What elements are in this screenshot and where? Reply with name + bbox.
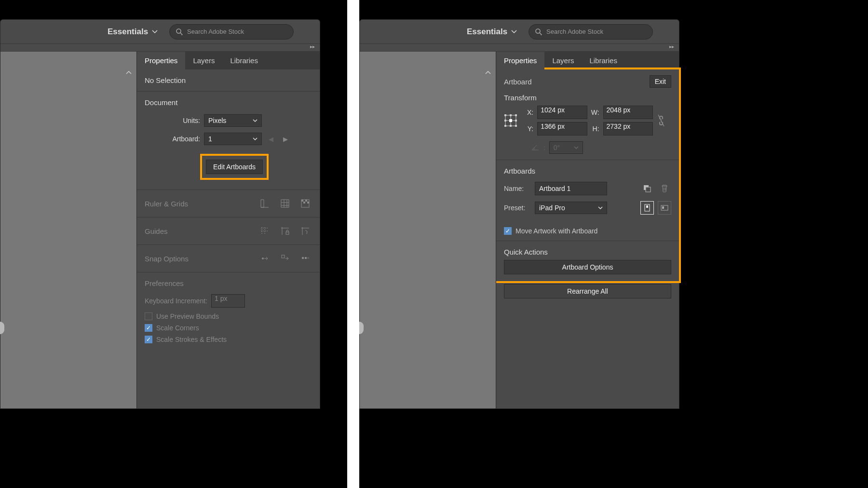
svg-rect-11 xyxy=(305,257,307,259)
x-field[interactable]: 1024 px xyxy=(537,106,587,119)
no-selection-label: No Selection xyxy=(145,76,312,84)
kbd-increment-label: Keyboard Increment: xyxy=(145,297,207,305)
workspace-switcher[interactable]: Essentials xyxy=(461,24,523,40)
expand-panels-icon[interactable]: ▸▸ xyxy=(310,44,315,51)
collapse-arrow-icon[interactable] xyxy=(126,71,132,75)
rearrange-all-button[interactable]: Rearrange All xyxy=(504,284,671,298)
svg-rect-9 xyxy=(282,255,285,258)
search-icon xyxy=(176,28,183,36)
smart-guides-icon[interactable] xyxy=(298,224,312,238)
grid-icon[interactable] xyxy=(278,197,292,210)
preset-dropdown[interactable]: iPad Pro xyxy=(535,202,607,214)
svg-rect-19 xyxy=(515,114,517,116)
h-label: H: xyxy=(591,125,599,133)
artboard-dropdown[interactable]: 1 xyxy=(204,133,262,145)
split-divider xyxy=(347,0,359,488)
units-value: Pixels xyxy=(208,117,226,124)
units-label: Units: xyxy=(145,117,200,124)
y-label: Y: xyxy=(527,125,533,133)
svg-rect-21 xyxy=(515,120,517,122)
canvas-area[interactable] xyxy=(0,52,137,408)
tab-properties[interactable]: Properties xyxy=(137,52,185,69)
w-label: W: xyxy=(591,108,599,116)
exit-button[interactable]: Exit xyxy=(650,75,671,88)
expand-panels-icon[interactable]: ▸▸ xyxy=(669,44,674,51)
chevron-down-icon xyxy=(511,30,517,34)
lock-guides-icon[interactable] xyxy=(278,224,292,238)
scrollbar-thumb[interactable] xyxy=(0,322,4,334)
chevron-down-icon xyxy=(253,137,258,140)
app-window-right: Essentials Search Adobe Stock ▸▸ xyxy=(359,19,679,409)
svg-rect-4 xyxy=(305,200,307,202)
svg-point-0 xyxy=(176,29,181,33)
kbd-increment-field[interactable]: 1 px xyxy=(211,294,245,308)
scale-strokes-checkbox[interactable]: ✓ Scale Strokes & Effects xyxy=(145,334,312,345)
app-window-left: Essentials Search Adobe Stock ▸▸ xyxy=(0,19,320,409)
properties-panel: Properties Layers Libraries No Selection… xyxy=(137,52,320,408)
delete-artboard-icon[interactable] xyxy=(658,182,671,195)
artboard-options-button[interactable]: Artboard Options xyxy=(504,260,671,274)
units-dropdown[interactable]: Pixels xyxy=(204,114,262,127)
link-wh-icon[interactable] xyxy=(657,114,671,127)
h-field[interactable]: 2732 px xyxy=(603,122,653,136)
angle-dropdown[interactable]: 0° xyxy=(549,141,583,154)
snap-point-icon[interactable] xyxy=(258,252,271,265)
svg-rect-24 xyxy=(515,125,517,127)
artboard-value: 1 xyxy=(208,135,212,143)
new-artboard-icon[interactable] xyxy=(640,182,654,195)
black-margin xyxy=(706,0,868,488)
portrait-orientation-icon[interactable] xyxy=(640,201,654,215)
artboard-label: Artboard: xyxy=(145,135,200,143)
search-input[interactable]: Search Adobe Stock xyxy=(529,24,653,40)
y-field[interactable]: 1366 px xyxy=(537,122,587,136)
svg-rect-17 xyxy=(504,114,506,116)
ruler-icon[interactable] xyxy=(258,197,271,210)
reference-point-icon[interactable] xyxy=(504,114,517,127)
scale-corners-checkbox[interactable]: ✓ Scale Corners xyxy=(145,322,312,334)
canvas-area[interactable] xyxy=(360,52,496,408)
svg-rect-5 xyxy=(303,202,305,203)
chevron-down-icon xyxy=(253,119,258,122)
checkbox-checked-icon: ✓ xyxy=(145,324,152,332)
quick-actions-label: Quick Actions xyxy=(504,248,671,256)
guides-label: Guides xyxy=(145,227,168,235)
tab-libraries[interactable]: Libraries xyxy=(222,52,266,69)
show-guides-icon[interactable] xyxy=(258,224,271,238)
x-label: X: xyxy=(527,108,533,116)
edit-artboards-button[interactable]: Edit Artboards xyxy=(206,160,263,174)
svg-rect-31 xyxy=(646,205,648,208)
topbar: Essentials Search Adobe Stock xyxy=(360,20,679,44)
tab-properties[interactable]: Properties xyxy=(496,52,544,69)
workspace-switcher[interactable]: Essentials xyxy=(102,24,163,40)
tab-layers[interactable]: Layers xyxy=(185,52,222,69)
use-preview-bounds-checkbox[interactable]: Use Preview Bounds xyxy=(145,311,312,322)
svg-rect-25 xyxy=(509,119,512,122)
panel-tabs: Properties Layers Libraries xyxy=(496,52,679,69)
search-placeholder: Search Adobe Stock xyxy=(187,28,244,35)
move-artwork-checkbox[interactable]: ✓ Move Artwork with Artboard xyxy=(504,225,671,237)
workspace-label: Essentials xyxy=(108,27,148,37)
w-field[interactable]: 2048 px xyxy=(603,106,653,119)
snap-grid-icon[interactable] xyxy=(278,252,292,265)
next-artboard-icon[interactable]: ▶ xyxy=(280,136,291,143)
search-placeholder: Search Adobe Stock xyxy=(546,28,603,35)
document-section-label: Document xyxy=(145,98,312,107)
prev-artboard-icon[interactable]: ◀ xyxy=(266,136,276,143)
snap-pixel-icon[interactable] xyxy=(298,252,312,265)
chevron-down-icon xyxy=(598,206,603,209)
tutorial-highlight: Edit Artboards xyxy=(200,154,269,180)
artboard-name-field[interactable] xyxy=(535,182,607,195)
workspace-label: Essentials xyxy=(467,27,507,37)
svg-rect-20 xyxy=(504,120,506,122)
artboards-section-label: Artboards xyxy=(504,167,671,175)
search-input[interactable]: Search Adobe Stock xyxy=(169,24,294,40)
tab-layers[interactable]: Layers xyxy=(544,52,582,69)
scrollbar-thumb[interactable] xyxy=(359,322,364,334)
svg-rect-7 xyxy=(286,232,289,234)
transparency-grid-icon[interactable] xyxy=(298,197,312,210)
tab-libraries[interactable]: Libraries xyxy=(582,52,625,69)
collapse-arrow-icon[interactable] xyxy=(485,71,491,75)
checkbox-icon xyxy=(145,312,152,320)
landscape-orientation-icon[interactable] xyxy=(658,201,671,215)
search-icon xyxy=(535,28,542,36)
